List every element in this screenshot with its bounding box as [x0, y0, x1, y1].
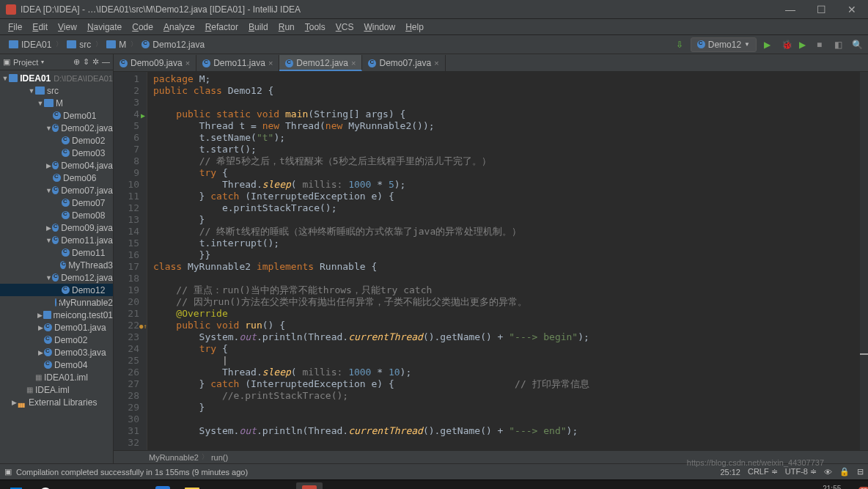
- file-explorer-icon[interactable]: [179, 482, 205, 489]
- code-line[interactable]: e.printStackTrace();: [153, 202, 860, 214]
- code-line[interactable]: class MyRunnable2 implements Runnable {: [153, 261, 860, 273]
- tree-item[interactable]: Demo03: [0, 147, 113, 159]
- tab-close-button[interactable]: ×: [434, 59, 438, 67]
- menu-window[interactable]: Window: [358, 21, 400, 34]
- code-line[interactable]: public static void main(String[] args) {: [153, 109, 860, 120]
- code-line[interactable]: } catch (InterruptedException e) { // 打印…: [153, 378, 860, 390]
- crumb-item[interactable]: MyRunnable2: [149, 453, 199, 462]
- gutter-line[interactable]: 18: [114, 273, 139, 284]
- taskbar-app[interactable]: ◧: [326, 482, 352, 489]
- editor-tab[interactable]: Demo11.java×: [196, 55, 279, 71]
- expand-arrow[interactable]: ▼: [1, 75, 9, 82]
- code-line[interactable]: }: [153, 449, 860, 450]
- gutter-line[interactable]: 23: [114, 331, 139, 343]
- gutter[interactable]: 1234▶5678910111213141516171819202122●↑23…: [114, 72, 147, 450]
- taskbar-app[interactable]: ▥: [238, 482, 264, 489]
- tree-item[interactable]: Demo07: [0, 196, 113, 209]
- file-encoding[interactable]: UTF-8 ≑: [785, 467, 817, 477]
- gutter-line[interactable]: 33: [114, 449, 139, 450]
- menu-build[interactable]: Build: [243, 21, 273, 34]
- menu-refactor[interactable]: Refactor: [200, 21, 243, 34]
- tree-item[interactable]: MyThread3: [0, 259, 113, 271]
- expand-arrow[interactable]: ▶: [37, 312, 43, 319]
- code-line[interactable]: t.interrupt();: [153, 238, 860, 249]
- run-gutter-icon[interactable]: ▶: [138, 110, 145, 117]
- taskbar-app[interactable]: ⬮: [91, 482, 117, 489]
- tree-item[interactable]: Demo06: [0, 172, 113, 184]
- code-content[interactable]: package M;public class Demo12 { public s…: [147, 72, 860, 450]
- code-line[interactable]: [153, 273, 860, 284]
- caret-position[interactable]: 25:12: [720, 468, 740, 477]
- tab-close-button[interactable]: ×: [268, 59, 273, 67]
- code-line[interactable]: t.start();: [153, 144, 860, 155]
- editor-tab[interactable]: Demo09.java×: [114, 55, 196, 71]
- gutter-line[interactable]: 13: [114, 214, 139, 226]
- tree-item[interactable]: ▦IDEA01.iml: [0, 371, 113, 383]
- tree-item[interactable]: ▶Demo04.java: [0, 159, 113, 172]
- gutter-line[interactable]: 15: [114, 238, 139, 249]
- menu-analyze[interactable]: Analyze: [158, 21, 200, 34]
- code-line[interactable]: [153, 437, 860, 449]
- code-line[interactable]: // 希望5秒之后，t线程醒来（5秒之后主线程手里的活儿干完了。）: [153, 155, 860, 167]
- code-editor[interactable]: 1234▶5678910111213141516171819202122●↑23…: [114, 72, 868, 450]
- code-line[interactable]: System.out.println(Thread.currentThread(…: [153, 425, 860, 437]
- gutter-line[interactable]: 11: [114, 191, 139, 202]
- gutter-line[interactable]: 31: [114, 425, 139, 437]
- gutter-line[interactable]: 22●↑: [114, 320, 139, 331]
- expand-arrow[interactable]: ▼: [45, 237, 52, 244]
- gutter-line[interactable]: 14: [114, 226, 139, 238]
- code-line[interactable]: //e.printStackTrace();: [153, 390, 860, 402]
- tree-item[interactable]: ▶Demo01.java: [0, 321, 113, 334]
- code-line[interactable]: [153, 413, 860, 425]
- gutter-line[interactable]: 12: [114, 202, 139, 214]
- gutter-line[interactable]: 20: [114, 296, 139, 308]
- edge-icon[interactable]: e: [120, 482, 147, 489]
- menu-help[interactable]: Help: [400, 21, 429, 34]
- gutter-line[interactable]: 9: [114, 167, 139, 179]
- breadcrumb-item[interactable]: M: [103, 40, 129, 50]
- breadcrumb-item[interactable]: Demo12.java: [139, 40, 207, 50]
- gutter-line[interactable]: 25: [114, 355, 139, 367]
- expand-arrow[interactable]: ▼: [45, 187, 52, 194]
- override-gutter-icon[interactable]: ●↑: [139, 320, 147, 328]
- gutter-line[interactable]: 30: [114, 413, 139, 425]
- tree-item[interactable]: ▼M: [0, 97, 113, 109]
- code-line[interactable]: }}: [153, 249, 860, 261]
- tree-item[interactable]: ▼Demo02.java: [0, 122, 113, 134]
- gutter-line[interactable]: 17: [114, 261, 139, 273]
- editor-tab[interactable]: Demo07.java×: [362, 55, 445, 71]
- breadcrumb-item[interactable]: IDEA01: [6, 40, 54, 50]
- code-line[interactable]: public void run() {: [153, 320, 860, 331]
- debug-button[interactable]: 🐞: [781, 40, 792, 50]
- tree-item[interactable]: ▼Demo12.java: [0, 271, 113, 284]
- code-line[interactable]: t.setName("t");: [153, 132, 860, 144]
- tree-item[interactable]: ▦IDEA.iml: [0, 383, 113, 396]
- project-view-dropdown[interactable]: ▣ Project ▾: [3, 57, 73, 67]
- gutter-line[interactable]: 4▶: [114, 109, 139, 120]
- expand-arrow[interactable]: ▶: [45, 162, 52, 169]
- tree-item[interactable]: MyRunnable2: [0, 296, 113, 309]
- stop-button[interactable]: ■: [817, 40, 827, 50]
- inspections-icon[interactable]: 👁: [824, 468, 832, 477]
- gutter-line[interactable]: 28: [114, 390, 139, 402]
- minimize-button[interactable]: —: [780, 4, 801, 15]
- code-line[interactable]: package M;: [153, 73, 860, 85]
- code-line[interactable]: try {: [153, 167, 860, 179]
- tree-item[interactable]: Demo04: [0, 359, 113, 371]
- gutter-line[interactable]: 5: [114, 120, 139, 132]
- memory-icon[interactable]: ⊟: [857, 467, 864, 477]
- code-line[interactable]: // 重点：run()当中的异常不能throws，只能try catch: [153, 284, 860, 296]
- project-root[interactable]: ▼ IDEA01 D:\IDEA\IDEA01: [0, 72, 113, 84]
- gutter-line[interactable]: 26: [114, 367, 139, 378]
- tree-item[interactable]: ▶meicong.test01: [0, 309, 113, 321]
- tab-close-button[interactable]: ×: [351, 59, 356, 67]
- tree-item[interactable]: Demo01: [0, 109, 113, 122]
- run-config-dropdown[interactable]: Demo12 ▼: [691, 37, 757, 52]
- menu-code[interactable]: Code: [127, 21, 158, 34]
- search-everywhere-icon[interactable]: 🔍: [852, 40, 862, 50]
- code-line[interactable]: // 因为run()方法在父类中没有抛出任何异常，子类不能比父类抛出更多的异常。: [153, 296, 860, 308]
- tree-item[interactable]: Demo08: [0, 209, 113, 221]
- expand-arrow[interactable]: ▼: [45, 125, 52, 132]
- tree-item[interactable]: ▼Demo07.java: [0, 184, 113, 196]
- menu-run[interactable]: Run: [273, 21, 300, 34]
